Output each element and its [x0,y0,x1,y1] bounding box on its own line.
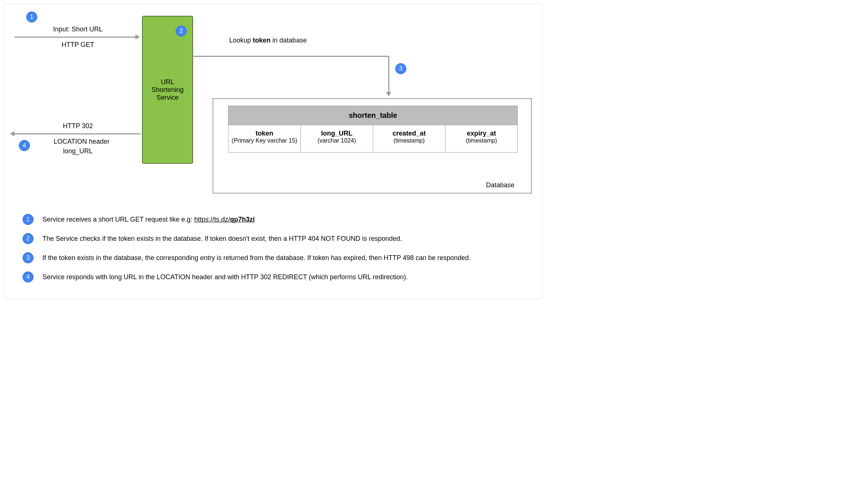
service-box: URL Shortening Service [142,16,193,164]
label-http-get: HTTP GET [41,41,115,49]
badge-2: 2 [176,25,187,37]
label-lookup-suffix: in database [271,37,307,44]
arrow-input [14,37,136,38]
label-lookup-bold: token [253,37,271,44]
database-container: shorten_table token (Primary Key varchar… [213,98,532,194]
db-col-name: created_at [375,130,443,137]
step-3: 3 If the token exists in the database, t… [23,252,521,263]
db-col-created-at: created_at (timestamp) [373,125,445,152]
arrow-lookup-head [386,92,391,96]
arrow-response-head [10,131,14,136]
badge-1: 1 [26,11,37,23]
db-col-token: token (Primary Key varchar 15) [228,125,301,152]
arrow-lookup-v [388,56,389,93]
badge-4-legend: 4 [23,271,34,283]
db-table: shorten_table token (Primary Key varchar… [228,106,518,153]
db-col-type: (timestamp) [448,137,515,144]
label-location-header: LOCATION header [41,138,122,146]
service-box-label: URL Shortening Service [146,78,189,102]
badge-3: 3 [395,63,406,74]
step-4-text: Service responds with long URL in the LO… [42,271,408,282]
step-4: 4 Service responds with long URL in the … [23,271,521,283]
diagram-canvas: 1 Input: Short URL HTTP GET URL Shorteni… [4,4,542,299]
db-table-columns: token (Primary Key varchar 15) long_URL … [228,125,517,152]
db-col-name: long_URL [303,130,371,137]
steps-legend: 1 Service receives a short URL GET reque… [23,214,521,283]
step-1: 1 Service receives a short URL GET reque… [23,214,521,225]
label-long-url: long_URL [48,147,107,155]
db-col-name: expiry_at [448,130,515,137]
label-input-short-url: Input: Short URL [41,25,115,33]
step-2: 2 The Service checks if the token exists… [23,233,521,244]
step-1-prefix: Service receives a short URL GET request… [42,216,194,223]
db-col-expiry-at: expiry_at (timestamp) [445,125,517,152]
step-2-text: The Service checks if the token exists i… [42,233,402,243]
label-lookup: Lookup token in database [229,37,325,44]
label-lookup-prefix: Lookup [229,37,253,44]
badge-4: 4 [19,140,30,151]
db-col-type: (Primary Key varchar 15) [231,137,298,144]
db-table-name: shorten_table [228,106,517,125]
arrow-lookup-h [194,56,389,57]
db-col-name: token [231,130,298,137]
step-1-link-bold: qp7h3zi [230,216,255,223]
db-col-type: (varchar 1024) [303,137,371,144]
step-1-link-plain: https://ts.dz/ [194,216,230,223]
db-col-type: (timestamp) [375,137,443,144]
step-1-text: Service receives a short URL GET request… [42,214,255,224]
arrow-input-head [135,34,140,40]
badge-2-legend: 2 [23,233,34,244]
database-label: Database [486,181,514,189]
label-http-302: HTTP 302 [48,122,107,130]
badge-3-legend: 3 [23,252,34,263]
badge-1-legend: 1 [23,214,34,225]
arrow-response [14,133,141,134]
db-col-long-url: long_URL (varchar 1024) [301,125,373,152]
step-3-text: If the token exists in the database, the… [42,252,471,263]
